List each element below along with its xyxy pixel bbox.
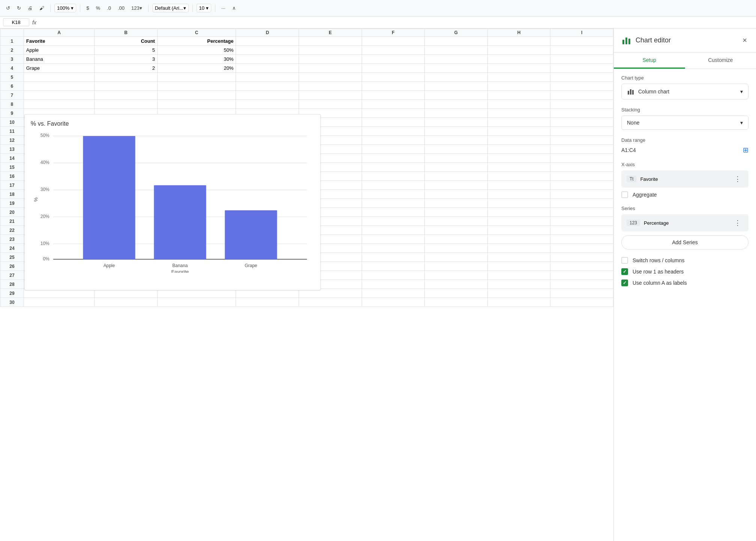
cell[interactable] <box>550 208 613 217</box>
cell[interactable] <box>550 46 613 55</box>
row-header-7[interactable]: 7 <box>0 91 24 100</box>
cell[interactable] <box>362 64 425 73</box>
cell[interactable] <box>487 262 550 271</box>
cell[interactable] <box>487 298 550 307</box>
currency-button[interactable]: $ <box>84 4 91 12</box>
cell[interactable] <box>550 199 613 208</box>
aggregate-row[interactable]: Aggregate <box>621 191 748 198</box>
row-header-30[interactable]: 30 <box>0 298 24 307</box>
cell[interactable] <box>550 253 613 262</box>
use-cola-checkbox[interactable] <box>621 280 628 286</box>
cell[interactable] <box>299 100 362 109</box>
print-button[interactable]: 🖨 <box>26 4 35 12</box>
cell[interactable] <box>487 181 550 190</box>
cell[interactable] <box>425 271 488 280</box>
cell[interactable] <box>487 163 550 172</box>
col-header-c[interactable]: C <box>157 29 236 37</box>
cell[interactable] <box>95 298 158 307</box>
cell[interactable] <box>362 55 425 64</box>
cell[interactable] <box>487 136 550 145</box>
cell[interactable] <box>95 91 158 100</box>
col-header-b[interactable]: B <box>95 29 158 37</box>
cell[interactable] <box>362 298 425 307</box>
use-cola-row[interactable]: Use column A as labels <box>621 280 748 286</box>
cell[interactable]: Apple <box>24 46 95 55</box>
row-header-24[interactable]: 24 <box>0 244 24 253</box>
cell[interactable] <box>425 289 488 298</box>
switch-rows-checkbox[interactable] <box>621 257 628 264</box>
undo-button[interactable]: ↺ <box>4 4 12 12</box>
xaxis-more-button[interactable]: ⋮ <box>732 174 743 184</box>
cell[interactable] <box>299 298 362 307</box>
cell[interactable] <box>24 82 95 91</box>
cell[interactable] <box>362 145 425 154</box>
cell[interactable] <box>362 226 425 235</box>
cell[interactable] <box>425 199 488 208</box>
cell[interactable]: 50% <box>157 46 236 55</box>
cell[interactable] <box>487 289 550 298</box>
cell[interactable] <box>362 37 425 46</box>
cell[interactable] <box>487 280 550 289</box>
cell[interactable]: Percentage <box>157 37 236 46</box>
cell[interactable] <box>24 100 95 109</box>
cell[interactable] <box>425 235 488 244</box>
cell[interactable] <box>487 127 550 136</box>
cell[interactable] <box>550 136 613 145</box>
cell[interactable] <box>362 91 425 100</box>
cell[interactable] <box>550 244 613 253</box>
row-header-1[interactable]: 1 <box>0 37 24 46</box>
tab-customize[interactable]: Customize <box>685 53 756 69</box>
cell[interactable] <box>236 64 299 73</box>
cell[interactable] <box>299 73 362 82</box>
zoom-select[interactable]: 100% ▾ <box>54 4 76 12</box>
row-header-10[interactable]: 10 <box>0 118 24 127</box>
cell[interactable] <box>425 91 488 100</box>
cell[interactable] <box>157 100 236 109</box>
cell[interactable]: Banana <box>24 55 95 64</box>
data-range-grid-icon[interactable]: ⊞ <box>743 146 748 154</box>
cell[interactable] <box>299 37 362 46</box>
aggregate-checkbox[interactable] <box>621 191 628 198</box>
cell[interactable] <box>550 181 613 190</box>
cell[interactable] <box>362 280 425 289</box>
cell[interactable] <box>299 82 362 91</box>
cell[interactable] <box>157 298 236 307</box>
cell[interactable] <box>362 199 425 208</box>
row-header-6[interactable]: 6 <box>0 82 24 91</box>
row-header-23[interactable]: 23 <box>0 235 24 244</box>
cell[interactable] <box>425 46 488 55</box>
row-header-14[interactable]: 14 <box>0 154 24 163</box>
chart-type-dropdown[interactable]: Column chart ▾ <box>621 84 748 99</box>
cell[interactable] <box>299 46 362 55</box>
formula-input[interactable] <box>39 20 753 25</box>
cell[interactable] <box>487 217 550 226</box>
row-header-17[interactable]: 17 <box>0 181 24 190</box>
more-button[interactable]: ··· <box>219 4 228 12</box>
cell[interactable] <box>550 127 613 136</box>
cell[interactable] <box>487 100 550 109</box>
cell[interactable] <box>550 100 613 109</box>
cell[interactable] <box>425 163 488 172</box>
row-header-2[interactable]: 2 <box>0 46 24 55</box>
cell[interactable] <box>425 37 488 46</box>
cell[interactable] <box>362 262 425 271</box>
cell[interactable] <box>550 190 613 199</box>
col-header-i[interactable]: I <box>550 29 613 37</box>
cell[interactable] <box>362 118 425 127</box>
cell[interactable] <box>299 91 362 100</box>
cell[interactable] <box>425 100 488 109</box>
cell[interactable] <box>236 91 299 100</box>
cell[interactable] <box>487 64 550 73</box>
cell[interactable] <box>487 55 550 64</box>
cell[interactable] <box>236 298 299 307</box>
cell[interactable]: 5 <box>95 46 158 55</box>
cell[interactable] <box>362 82 425 91</box>
cell[interactable] <box>487 253 550 262</box>
cell[interactable] <box>487 199 550 208</box>
cell[interactable] <box>487 118 550 127</box>
cell[interactable] <box>425 127 488 136</box>
cell[interactable] <box>487 37 550 46</box>
cell[interactable] <box>550 235 613 244</box>
close-button[interactable]: × <box>741 35 748 46</box>
row-header-21[interactable]: 21 <box>0 217 24 226</box>
